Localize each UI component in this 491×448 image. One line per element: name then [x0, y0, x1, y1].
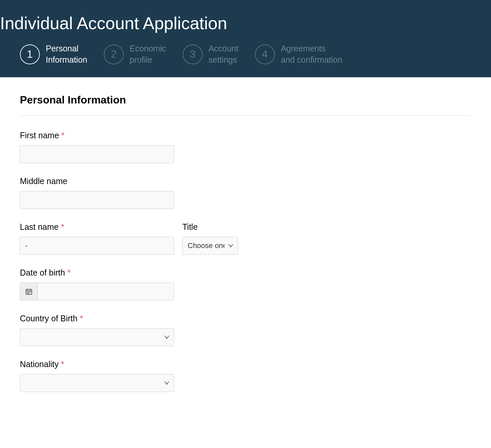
step-label: Account settings — [209, 43, 238, 66]
form-content: Personal Information First name * Middle… — [0, 77, 491, 405]
section-title: Personal Information — [20, 94, 471, 116]
title-group: Title Choose one — [182, 222, 238, 255]
step-number: 2 — [104, 44, 124, 64]
header: Individual Account Application 1 Persona… — [0, 0, 491, 77]
calendar-icon — [26, 288, 32, 295]
country-birth-label: Country of Birth * — [20, 314, 174, 323]
dob-group: Date of birth * — [20, 268, 174, 300]
required-indicator: * — [61, 131, 65, 140]
step-personal-information[interactable]: 1 Personal Information — [20, 43, 87, 66]
step-economic-profile[interactable]: 2 Economic profile — [104, 43, 166, 66]
required-indicator: * — [61, 359, 64, 369]
first-name-group: First name * — [20, 131, 174, 163]
last-name-label: Last name * — [20, 222, 174, 232]
svg-rect-6 — [30, 291, 31, 292]
svg-rect-5 — [29, 291, 30, 292]
required-indicator: * — [61, 222, 64, 231]
svg-rect-4 — [27, 291, 28, 292]
dob-label: Date of birth * — [20, 268, 174, 278]
page-title: Individual Account Application — [0, 13, 491, 43]
step-number: 3 — [183, 44, 203, 64]
title-label: Title — [182, 222, 238, 232]
middle-name-label: Middle name — [20, 176, 174, 186]
progress-steps: 1 Personal Information 2 Economic profil… — [0, 43, 491, 77]
step-account-settings[interactable]: 3 Account settings — [183, 43, 238, 66]
step-label: Agreements and confirmation — [281, 43, 342, 66]
required-indicator: * — [67, 268, 71, 277]
first-name-label: First name * — [20, 131, 174, 140]
first-name-input[interactable] — [20, 145, 174, 163]
step-number: 4 — [255, 44, 275, 64]
middle-name-input[interactable] — [20, 191, 174, 209]
nationality-label: Nationality * — [20, 359, 174, 369]
svg-rect-7 — [27, 293, 28, 294]
middle-name-group: Middle name — [20, 176, 174, 209]
step-number: 1 — [20, 44, 40, 64]
last-name-input[interactable] — [20, 237, 174, 255]
svg-rect-8 — [29, 293, 30, 294]
country-birth-group: Country of Birth * — [20, 314, 174, 346]
step-label: Personal Information — [46, 43, 87, 66]
required-indicator: * — [80, 314, 83, 323]
step-label: Economic profile — [130, 43, 166, 66]
country-birth-select[interactable] — [20, 328, 174, 346]
last-name-group: Last name * — [20, 222, 174, 255]
title-select[interactable]: Choose one — [182, 237, 238, 255]
date-picker-button[interactable] — [20, 283, 38, 300]
nationality-group: Nationality * — [20, 359, 174, 392]
dob-input[interactable] — [38, 283, 174, 300]
nationality-select[interactable] — [20, 374, 174, 392]
step-agreements-confirmation[interactable]: 4 Agreements and confirmation — [255, 43, 342, 66]
